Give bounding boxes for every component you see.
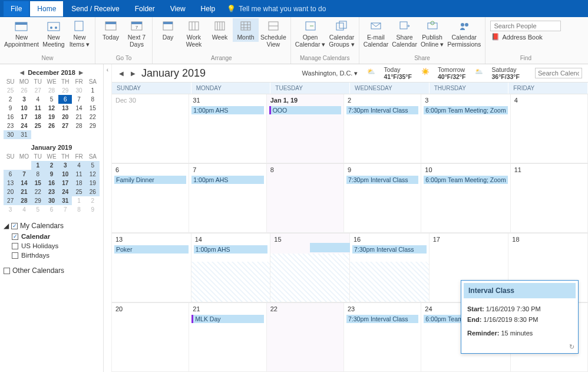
calendar-item[interactable]: Calendar: [4, 232, 100, 241]
location-dropdown[interactable]: Washington, D.C. ▾: [302, 70, 358, 77]
day-button[interactable]: Day: [155, 18, 181, 42]
mini-day[interactable]: 23: [45, 187, 58, 196]
mini-day[interactable]: 31: [17, 130, 31, 139]
mini-day[interactable]: 4: [31, 95, 45, 104]
search-people-input[interactable]: [490, 21, 561, 31]
mini-day[interactable]: 25: [4, 86, 17, 95]
other-calendars-section[interactable]: Other Calendars: [4, 265, 100, 276]
mini-day[interactable]: 13: [4, 179, 17, 187]
mini-day[interactable]: 11: [72, 170, 85, 179]
calendar-event[interactable]: OOO: [269, 106, 341, 114]
mini-day[interactable]: 5: [86, 161, 100, 170]
mini-day[interactable]: 10: [17, 104, 31, 113]
mini-day[interactable]: 27: [31, 86, 45, 95]
mini-day[interactable]: 18: [31, 113, 45, 121]
mini-day[interactable]: 17: [58, 179, 72, 187]
mini-day[interactable]: 17: [17, 113, 31, 121]
mini-day[interactable]: 30: [72, 86, 85, 95]
mini-day[interactable]: 31: [58, 196, 72, 205]
checkbox[interactable]: [11, 223, 18, 229]
mini-day[interactable]: 29: [31, 196, 45, 205]
mini-day[interactable]: 19: [45, 113, 58, 121]
mini-day[interactable]: 23: [4, 121, 17, 130]
search-calendar-input[interactable]: [535, 68, 582, 78]
checkbox[interactable]: [12, 252, 18, 259]
menu-home[interactable]: Home: [30, 1, 63, 17]
mini-day[interactable]: 25: [72, 187, 85, 196]
mini-day[interactable]: 15: [86, 104, 100, 113]
calendar-item[interactable]: US Holidays: [4, 241, 100, 251]
mini-day[interactable]: 22: [31, 187, 45, 196]
day-cell[interactable]: 311:00pm AHS: [189, 94, 266, 163]
checkbox[interactable]: [4, 268, 10, 274]
new-items-button[interactable]: New Items ▾: [67, 18, 93, 49]
mini-day[interactable]: 16: [45, 179, 58, 187]
mini-day[interactable]: 3: [58, 161, 72, 170]
mini-day[interactable]: [86, 130, 100, 139]
new-appointment-button[interactable]: New Appointment: [2, 18, 41, 49]
mini-day[interactable]: 22: [86, 113, 100, 121]
mini-day[interactable]: [17, 161, 31, 170]
day-cell[interactable]: 11: [511, 164, 588, 233]
mini-day[interactable]: 15: [31, 179, 45, 187]
day-cell[interactable]: 27:30pm Interval Class: [344, 94, 421, 163]
calendar-item[interactable]: Birthdays: [4, 251, 100, 260]
mini-day[interactable]: 26: [17, 86, 31, 95]
day-cell[interactable]: 15Retreat: [270, 233, 350, 302]
share-calendar-button[interactable]: Share Calendar: [390, 18, 419, 49]
calendar-groups-button[interactable]: Calendar Groups ▾: [327, 18, 356, 49]
my-calendars-section[interactable]: ◢My Calendars: [4, 220, 100, 232]
day-cell[interactable]: 20: [112, 303, 189, 372]
calendar-event[interactable]: 7:30pm Interval Class: [346, 176, 418, 184]
mini-day[interactable]: 26: [45, 121, 58, 130]
mini-day[interactable]: 5: [31, 205, 45, 214]
calendar-event[interactable]: 6:00pm Team Meeting; Zoom: [424, 176, 507, 184]
mini-day[interactable]: 14: [72, 104, 85, 113]
checkbox[interactable]: [12, 233, 18, 240]
prev-month-icon[interactable]: ◀: [20, 70, 24, 75]
mini-day[interactable]: 25: [31, 121, 45, 130]
publish-online-button[interactable]: Publish Online ▾: [419, 18, 445, 49]
mini-day[interactable]: 29: [86, 121, 100, 130]
mini-day[interactable]: 7: [72, 95, 85, 104]
mini-day[interactable]: 7: [58, 205, 72, 214]
mini-day[interactable]: 9: [4, 104, 17, 113]
mini-day[interactable]: 5: [45, 95, 58, 104]
next-button[interactable]: ▶: [130, 69, 137, 78]
mini-day[interactable]: 3: [4, 205, 17, 214]
menu-help[interactable]: Help: [194, 1, 223, 17]
tell-me[interactable]: 💡 Tell me what you want to do: [223, 5, 326, 13]
mini-day[interactable]: 2: [86, 196, 100, 205]
calendar-event[interactable]: 1:00pm AHS: [191, 176, 263, 184]
calendar-permissions-button[interactable]: Calendar Permissions: [445, 18, 483, 49]
day-cell[interactable]: 22: [267, 303, 344, 372]
calendar-event[interactable]: 7:30pm Interval Class: [352, 245, 427, 254]
mini-day[interactable]: 8: [86, 95, 100, 104]
open-calendar-button[interactable]: Open Calendar ▾: [293, 18, 328, 49]
mini-day[interactable]: 14: [17, 179, 31, 187]
mini-day[interactable]: 8: [72, 205, 85, 214]
collapse-sidebar-button[interactable]: ‹: [104, 64, 112, 372]
day-cell[interactable]: 141:00pm AHS: [191, 233, 271, 302]
mini-day[interactable]: 20: [58, 113, 72, 121]
day-cell[interactable]: 6Family Dinner: [112, 164, 189, 233]
mini-day[interactable]: 24: [58, 187, 72, 196]
mini-day[interactable]: 4: [17, 205, 31, 214]
day-cell[interactable]: 167:30pm Interval Class: [350, 233, 430, 302]
mini-day[interactable]: 27: [4, 196, 17, 205]
mini-day[interactable]: 3: [17, 95, 31, 104]
mini-day[interactable]: 24: [17, 121, 31, 130]
mini-day[interactable]: 2: [45, 161, 58, 170]
day-cell[interactable]: 97:30pm Interval Class: [344, 164, 421, 233]
mini-day[interactable]: 6: [58, 95, 72, 104]
day-cell[interactable]: 36:00pm Team Meeting; Zoom: [421, 94, 510, 163]
calendar-event[interactable]: MLK Day: [191, 315, 263, 323]
new-meeting-button[interactable]: New Meeting: [41, 18, 67, 49]
mini-day[interactable]: 16: [4, 113, 17, 121]
menu-view[interactable]: View: [163, 1, 193, 17]
email-calendar-button[interactable]: E-mail Calendar: [362, 18, 391, 49]
address-book-button[interactable]: 📕 Address Book: [489, 32, 544, 41]
mini-day[interactable]: 6: [45, 205, 58, 214]
workweek-button[interactable]: Work Week: [181, 18, 207, 49]
checkbox[interactable]: [12, 243, 18, 249]
